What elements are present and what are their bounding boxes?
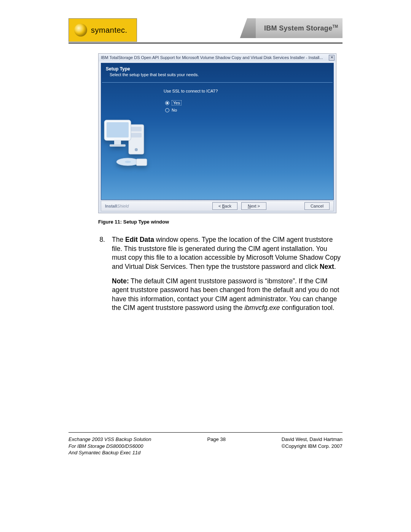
- svg-point-3: [135, 148, 138, 151]
- symantec-icon: [74, 24, 87, 37]
- symantec-logo: symantec.: [68, 18, 137, 42]
- header-divider: [68, 43, 342, 43]
- ibm-storage-text: IBM System StorageTM: [264, 24, 338, 32]
- footer-divider: [68, 432, 342, 433]
- installer-dialog: IBM TotalStorage DS Open API Support for…: [98, 53, 336, 213]
- body-content: 8. The Edit Data window opens. Type the …: [98, 235, 342, 313]
- radio-yes-label: Yes: [172, 100, 182, 105]
- step-number: 8.: [98, 235, 105, 272]
- installshield-brand: InstallShield: [105, 204, 129, 208]
- dialog-body: Setup Type Select the setup type that be…: [101, 63, 334, 200]
- svg-rect-1: [131, 127, 142, 131]
- radio-no[interactable]: No: [164, 108, 218, 112]
- svg-point-9: [125, 161, 131, 163]
- footer-left: Exchange 2003 VSS Backup Solution For IB…: [68, 436, 151, 456]
- dialog-subheading: Select the setup type that best suits yo…: [101, 72, 333, 82]
- ibm-storage-badge: IBM System StorageTM: [244, 18, 342, 38]
- svg-rect-10: [136, 159, 147, 166]
- page-footer: Exchange 2003 VSS Backup Solution For IB…: [68, 436, 342, 456]
- figure-caption: Figure 11: Setup Type window: [98, 219, 169, 225]
- close-icon[interactable]: ✕: [329, 55, 335, 61]
- page-number: Page 38: [201, 436, 232, 456]
- cancel-button[interactable]: Cancel: [304, 202, 330, 210]
- radio-icon: [165, 108, 169, 112]
- computer-illustration-icon: [101, 113, 155, 200]
- ssl-prompt: Use SSL to connect to ICAT?: [164, 89, 218, 93]
- note-text: Note: The default CIM agent truststore p…: [112, 277, 342, 313]
- svg-rect-5: [107, 122, 129, 137]
- radio-icon: [165, 101, 169, 105]
- symantec-wordmark: symantec.: [91, 26, 127, 35]
- svg-rect-2: [131, 133, 142, 137]
- dialog-title: IBM TotalStorage DS Open API Support for…: [101, 55, 323, 60]
- svg-rect-6: [114, 141, 121, 144]
- step-text: The Edit Data window opens. Type the loc…: [112, 235, 342, 272]
- dialog-footer: InstallShield < Back Next > Cancel: [101, 201, 334, 211]
- back-button[interactable]: < Back: [212, 202, 237, 210]
- svg-rect-7: [110, 144, 126, 147]
- page-header: symantec. IBM System StorageTM: [68, 18, 342, 42]
- radio-no-label: No: [172, 108, 177, 112]
- footer-right: David West, David Hartman ©Copyright IBM…: [282, 436, 342, 456]
- dialog-heading: Setup Type: [101, 63, 333, 72]
- dialog-titlebar: IBM TotalStorage DS Open API Support for…: [99, 54, 336, 61]
- next-button[interactable]: Next >: [241, 202, 266, 210]
- radio-yes[interactable]: Yes: [164, 100, 218, 105]
